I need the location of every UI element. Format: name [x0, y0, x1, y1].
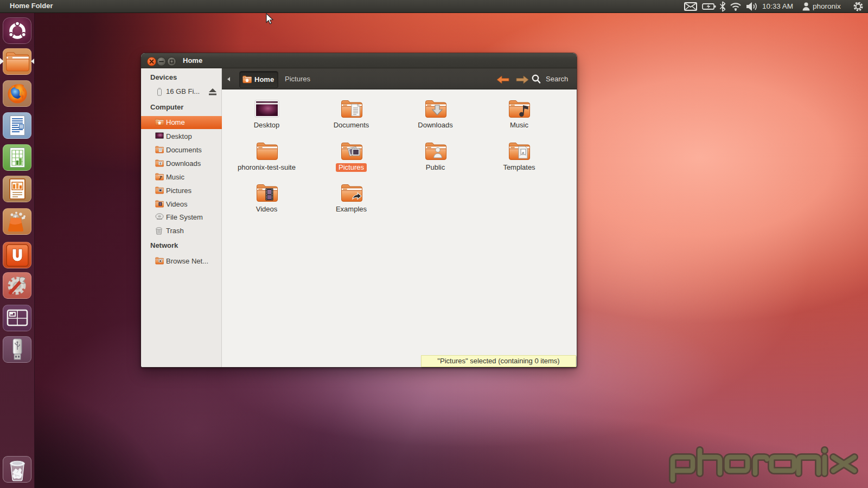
svg-text:a: a: [522, 150, 524, 155]
